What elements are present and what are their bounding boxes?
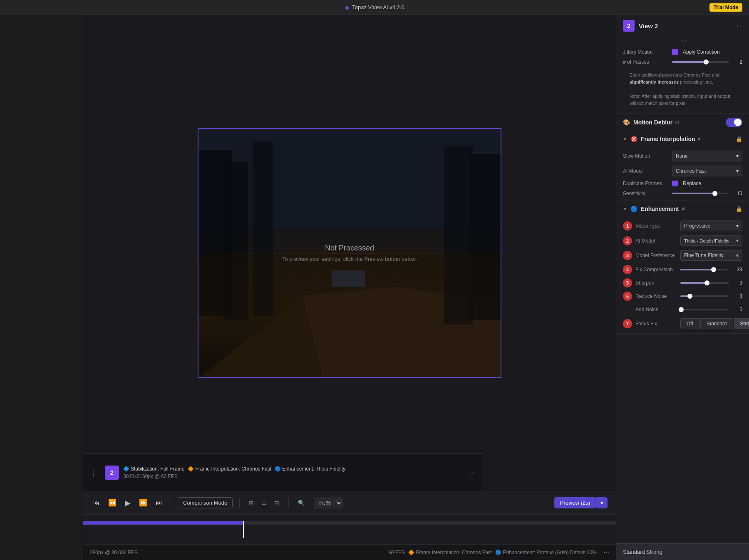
enhancement-chevron: ▼ <box>623 207 627 211</box>
video-type-chevron: ▾ <box>736 223 739 229</box>
model-preference-label: Model Preference <box>635 253 677 258</box>
svg-rect-10 <box>332 270 365 287</box>
frame-interpolation-header[interactable]: ▼ 🎯 Frame Interpolation AI 🔒 <box>616 131 749 146</box>
three-dot-menu[interactable]: ⋮ <box>88 466 99 479</box>
center-area: Not Processed To preview your settings, … <box>83 15 616 560</box>
slow-motion-select[interactable]: None ▾ <box>672 151 742 161</box>
motion-deblur-header[interactable]: 🎨 Motion Deblur AI <box>616 114 749 131</box>
fix-compression-slider-container: 39 <box>680 267 742 273</box>
passes-slider-thumb[interactable] <box>704 59 709 64</box>
add-noise-slider-track[interactable] <box>680 309 729 310</box>
timeline-track[interactable] <box>83 521 616 525</box>
view-single-button[interactable]: ▭ <box>259 498 269 508</box>
slow-motion-row: Slow Motion None ▾ <box>623 151 742 161</box>
passes-slider-fill <box>672 61 706 63</box>
badge-6: 6 <box>623 292 632 301</box>
fix-compression-slider-thumb[interactable] <box>711 267 716 272</box>
reduce-noise-row: 6 Reduce Noise 3 <box>623 292 742 301</box>
enhancement-header[interactable]: ▼ 🔵 Enhancement AI 🔒 <box>616 201 749 216</box>
divider3 <box>288 498 289 508</box>
preview-button[interactable]: Preview (2s) <box>554 497 596 508</box>
passes-label: # of Passes <box>623 59 669 65</box>
add-noise-slider-thumb[interactable] <box>679 307 684 312</box>
frame-interpolation-icon: 🎯 <box>630 136 637 142</box>
expand-icon[interactable]: ↔ <box>736 22 742 30</box>
video-type-row: 1 Video Type Progressive ▾ <box>623 221 742 231</box>
focus-fix-standard-button[interactable]: Standard <box>700 318 733 329</box>
view-pip-button[interactable]: ⊟ <box>272 498 282 508</box>
titlebar-title: ◈ Topaz Video AI v4.2.0 <box>345 4 404 11</box>
tag-enhancement: 🔵 Enhancement: Theia Fidelity <box>275 466 345 472</box>
sharpen-slider-container: 9 <box>680 280 742 286</box>
view-mode-icons: ⊞ ▭ ⊟ <box>246 498 282 508</box>
step-forward-button[interactable]: ⏩ <box>137 497 149 508</box>
duplicate-frames-checkbox[interactable] <box>672 181 678 186</box>
view2-header: 2 View 2 ↔ <box>616 15 749 37</box>
status-options-button[interactable]: ⋯ <box>603 549 609 556</box>
motion-deblur-icon: 🎨 <box>623 119 630 126</box>
video-type-select[interactable]: Progressive ▾ <box>680 221 742 231</box>
timeline-fill <box>83 521 243 525</box>
badge-5: 5 <box>623 278 632 287</box>
jittery-motion-label: Jittery Motion <box>623 49 669 55</box>
frame-interpolation-lock-icon: 🔒 <box>736 136 742 142</box>
focus-fix-off-button[interactable]: Off <box>680 318 699 329</box>
sharpen-value: 9 <box>732 280 742 286</box>
passes-slider-track[interactable] <box>672 61 729 63</box>
timeline-area[interactable] <box>83 514 616 544</box>
fit-select[interactable]: Fit % 50% 100% <box>314 498 342 508</box>
step-back-button[interactable]: ⏪ <box>107 497 118 508</box>
sensitivity-slider-container: 10 <box>672 191 742 196</box>
video-meta: 🔷 Stabilization: Full-Frame 🔶 Frame Inte… <box>123 466 463 479</box>
skip-to-start-button[interactable]: ⏮ <box>92 498 102 508</box>
fix-compression-row: 4 Fix Compression 39 <box>623 265 742 274</box>
sensitivity-label: Sensitivity <box>623 191 669 196</box>
apply-correction-value: Apply Correction <box>683 49 720 55</box>
status-bar: 280px @ 30.034 FPS 60 FPS 🔶 Frame Interp… <box>83 544 616 560</box>
sensitivity-slider-thumb[interactable] <box>712 191 717 196</box>
preview-dropdown-button[interactable]: ▼ <box>596 497 608 508</box>
sharpen-label: Sharpen <box>635 280 677 286</box>
sensitivity-slider-track[interactable] <box>672 193 729 194</box>
playback-controls: ⏮ ⏪ ▶ ⏩ ⏭ <box>92 497 164 509</box>
jittery-motion-checkbox[interactable] <box>672 49 678 55</box>
enhancement-ai-badge: AI <box>682 207 685 211</box>
model-preference-select[interactable]: Fine Tune Fidelity ▾ <box>680 250 742 261</box>
model-preference-row: 3 Model Preference Fine Tune Fidelity ▾ <box>623 250 742 261</box>
reduce-noise-slider-thumb[interactable] <box>687 294 692 299</box>
sharpen-slider-track[interactable] <box>680 282 729 284</box>
fi-ai-badge: AI <box>698 137 702 141</box>
right-panel: 2 View 2 ↔ • • • Jittery Motion Apply Co… <box>616 15 749 560</box>
comparison-mode-button[interactable]: Comparison Mode <box>178 497 233 508</box>
duplicate-frames-row: Duplicate Frames Replace <box>623 181 742 186</box>
stabilization-note: Note: After applying stabilization, inpu… <box>623 90 742 109</box>
ai-model-fi-select[interactable]: Chronos Fast ▾ <box>672 166 742 176</box>
skip-to-end-button[interactable]: ⏭ <box>154 498 164 508</box>
ai-model-enh-select[interactable]: Theia - Details/Fidelity ▾ <box>680 235 742 246</box>
fix-compression-label: Fix Compression <box>635 267 677 273</box>
divider <box>171 498 171 508</box>
status-enh-tag: 🔵 Enhancement: Proteus (Auto) Details 20… <box>495 550 597 555</box>
play-button[interactable]: ▶ <box>123 497 132 509</box>
zoom-button[interactable]: 🔍 <box>295 498 307 508</box>
fix-compression-slider-track[interactable] <box>680 269 729 270</box>
reduce-noise-label: Reduce Noise <box>635 293 677 299</box>
video-options-menu[interactable]: ⋯ <box>467 466 478 479</box>
app-icon: ◈ <box>345 4 350 11</box>
view2-title: View 2 <box>639 22 732 30</box>
focus-fix-strong-button[interactable]: Strong <box>734 318 749 329</box>
sharpen-slider-thumb[interactable] <box>704 280 709 285</box>
standard-strong-area: Standard Strong <box>616 543 749 560</box>
view-split-button[interactable]: ⊞ <box>246 498 256 508</box>
add-noise-slider-container: 0 <box>680 307 742 312</box>
reduce-noise-value: 3 <box>732 293 742 299</box>
video-type-label: Video Type <box>635 223 677 229</box>
reduce-noise-slider-track[interactable] <box>680 295 729 297</box>
not-processed-overlay: Not Processed To preview your settings, … <box>282 244 417 262</box>
badge-7: 7 <box>623 319 632 328</box>
jittery-motion-row: Jittery Motion Apply Correction <box>623 49 742 55</box>
ai-model-fi-row: AI Model Chronos Fast ▾ <box>623 166 742 176</box>
titlebar: ◈ Topaz Video AI v4.2.0 Trial Mode <box>0 0 749 15</box>
divider2 <box>239 498 240 508</box>
motion-deblur-toggle[interactable] <box>726 118 742 127</box>
